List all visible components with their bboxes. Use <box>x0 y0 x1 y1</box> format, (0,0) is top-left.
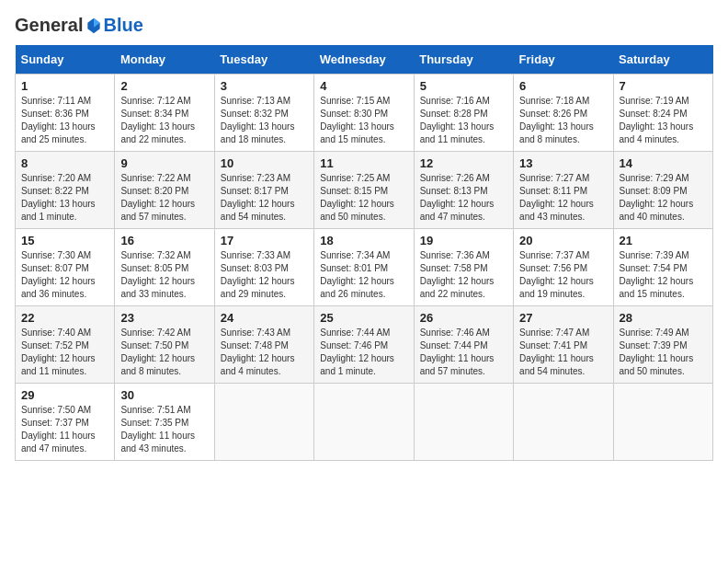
calendar-cell: 17Sunrise: 7:33 AM Sunset: 8:03 PM Dayli… <box>214 229 313 306</box>
day-detail: Sunrise: 7:22 AM Sunset: 8:20 PM Dayligh… <box>120 172 208 224</box>
calendar-cell: 19Sunrise: 7:36 AM Sunset: 7:58 PM Dayli… <box>414 229 513 306</box>
calendar-week-row: 29Sunrise: 7:50 AM Sunset: 7:37 PM Dayli… <box>16 384 713 461</box>
calendar-week-row: 22Sunrise: 7:40 AM Sunset: 7:52 PM Dayli… <box>16 306 713 384</box>
day-detail: Sunrise: 7:20 AM Sunset: 8:22 PM Dayligh… <box>21 172 108 224</box>
logo: General Blue <box>15 15 143 36</box>
day-number: 3 <box>221 79 308 93</box>
day-number: 1 <box>21 79 108 93</box>
logo-blue-text: Blue <box>103 15 142 36</box>
day-number: 21 <box>620 234 707 247</box>
day-detail: Sunrise: 7:33 AM Sunset: 8:03 PM Dayligh… <box>221 249 308 301</box>
calendar-cell <box>214 384 313 461</box>
day-number: 25 <box>320 311 407 325</box>
day-number: 19 <box>420 234 507 247</box>
calendar-cell: 30Sunrise: 7:51 AM Sunset: 7:35 PM Dayli… <box>115 384 214 461</box>
calendar-table: Sunday Monday Tuesday Wednesday Thursday… <box>15 45 713 461</box>
calendar-cell: 21Sunrise: 7:39 AM Sunset: 7:54 PM Dayli… <box>613 229 712 306</box>
day-number: 26 <box>420 311 507 325</box>
day-detail: Sunrise: 7:47 AM Sunset: 7:41 PM Dayligh… <box>519 327 607 378</box>
page-header: General Blue <box>15 15 713 36</box>
day-number: 22 <box>21 311 108 325</box>
day-detail: Sunrise: 7:51 AM Sunset: 7:35 PM Dayligh… <box>120 404 208 455</box>
day-detail: Sunrise: 7:30 AM Sunset: 8:07 PM Dayligh… <box>21 249 108 301</box>
day-number: 29 <box>21 388 108 402</box>
calendar-cell: 4Sunrise: 7:15 AM Sunset: 8:30 PM Daylig… <box>314 75 414 152</box>
calendar-cell: 22Sunrise: 7:40 AM Sunset: 7:52 PM Dayli… <box>16 306 115 384</box>
col-wednesday: Wednesday <box>314 45 414 75</box>
day-detail: Sunrise: 7:12 AM Sunset: 8:34 PM Dayligh… <box>120 95 208 146</box>
calendar-cell: 5Sunrise: 7:16 AM Sunset: 8:28 PM Daylig… <box>414 75 513 152</box>
day-detail: Sunrise: 7:37 AM Sunset: 7:56 PM Dayligh… <box>519 249 607 301</box>
day-number: 24 <box>221 311 308 325</box>
calendar-cell: 1Sunrise: 7:11 AM Sunset: 8:36 PM Daylig… <box>16 75 115 152</box>
calendar-week-row: 8Sunrise: 7:20 AM Sunset: 8:22 PM Daylig… <box>16 152 713 229</box>
day-detail: Sunrise: 7:18 AM Sunset: 8:26 PM Dayligh… <box>519 95 607 146</box>
day-number: 10 <box>221 156 308 170</box>
day-detail: Sunrise: 7:36 AM Sunset: 7:58 PM Dayligh… <box>420 249 507 301</box>
calendar-cell: 28Sunrise: 7:49 AM Sunset: 7:39 PM Dayli… <box>613 306 712 384</box>
calendar-week-row: 1Sunrise: 7:11 AM Sunset: 8:36 PM Daylig… <box>16 75 713 152</box>
day-detail: Sunrise: 7:44 AM Sunset: 7:46 PM Dayligh… <box>320 327 407 378</box>
day-detail: Sunrise: 7:42 AM Sunset: 7:50 PM Dayligh… <box>120 327 208 378</box>
day-detail: Sunrise: 7:32 AM Sunset: 8:05 PM Dayligh… <box>120 249 208 301</box>
col-saturday: Saturday <box>613 45 712 75</box>
day-detail: Sunrise: 7:26 AM Sunset: 8:13 PM Dayligh… <box>420 172 507 224</box>
day-number: 13 <box>519 156 607 170</box>
day-detail: Sunrise: 7:39 AM Sunset: 7:54 PM Dayligh… <box>620 249 707 301</box>
col-monday: Monday <box>115 45 214 75</box>
calendar-cell: 24Sunrise: 7:43 AM Sunset: 7:48 PM Dayli… <box>214 306 313 384</box>
day-detail: Sunrise: 7:19 AM Sunset: 8:24 PM Dayligh… <box>620 95 707 146</box>
logo-icon <box>85 17 103 35</box>
day-number: 2 <box>120 79 208 93</box>
day-number: 23 <box>120 311 208 325</box>
calendar-cell: 20Sunrise: 7:37 AM Sunset: 7:56 PM Dayli… <box>514 229 613 306</box>
day-number: 9 <box>120 156 208 170</box>
calendar-cell: 2Sunrise: 7:12 AM Sunset: 8:34 PM Daylig… <box>115 75 214 152</box>
day-number: 18 <box>320 234 407 247</box>
calendar-cell: 18Sunrise: 7:34 AM Sunset: 8:01 PM Dayli… <box>314 229 414 306</box>
header-row: Sunday Monday Tuesday Wednesday Thursday… <box>16 45 713 75</box>
col-friday: Friday <box>514 45 613 75</box>
day-detail: Sunrise: 7:11 AM Sunset: 8:36 PM Dayligh… <box>21 95 108 146</box>
calendar-cell: 25Sunrise: 7:44 AM Sunset: 7:46 PM Dayli… <box>314 306 414 384</box>
calendar-cell <box>414 384 513 461</box>
day-number: 4 <box>320 79 407 93</box>
calendar-cell: 11Sunrise: 7:25 AM Sunset: 8:15 PM Dayli… <box>314 152 414 229</box>
calendar-cell: 26Sunrise: 7:46 AM Sunset: 7:44 PM Dayli… <box>414 306 513 384</box>
day-detail: Sunrise: 7:43 AM Sunset: 7:48 PM Dayligh… <box>221 327 308 378</box>
day-number: 17 <box>221 234 308 247</box>
day-number: 20 <box>519 234 607 247</box>
day-number: 28 <box>620 311 707 325</box>
calendar-cell: 13Sunrise: 7:27 AM Sunset: 8:11 PM Dayli… <box>514 152 613 229</box>
day-detail: Sunrise: 7:13 AM Sunset: 8:32 PM Dayligh… <box>221 95 308 146</box>
calendar-cell: 9Sunrise: 7:22 AM Sunset: 8:20 PM Daylig… <box>115 152 214 229</box>
calendar-cell <box>314 384 414 461</box>
day-number: 7 <box>620 79 707 93</box>
calendar-week-row: 15Sunrise: 7:30 AM Sunset: 8:07 PM Dayli… <box>16 229 713 306</box>
day-number: 15 <box>21 234 108 247</box>
day-detail: Sunrise: 7:50 AM Sunset: 7:37 PM Dayligh… <box>21 404 108 455</box>
day-number: 16 <box>120 234 208 247</box>
calendar-cell: 3Sunrise: 7:13 AM Sunset: 8:32 PM Daylig… <box>214 75 313 152</box>
calendar-cell: 8Sunrise: 7:20 AM Sunset: 8:22 PM Daylig… <box>16 152 115 229</box>
calendar-cell: 23Sunrise: 7:42 AM Sunset: 7:50 PM Dayli… <box>115 306 214 384</box>
day-number: 12 <box>420 156 507 170</box>
day-number: 8 <box>21 156 108 170</box>
day-number: 5 <box>420 79 507 93</box>
day-detail: Sunrise: 7:40 AM Sunset: 7:52 PM Dayligh… <box>21 327 108 378</box>
calendar-cell: 7Sunrise: 7:19 AM Sunset: 8:24 PM Daylig… <box>613 75 712 152</box>
day-number: 27 <box>519 311 607 325</box>
day-detail: Sunrise: 7:49 AM Sunset: 7:39 PM Dayligh… <box>620 327 707 378</box>
day-number: 30 <box>120 388 208 402</box>
day-number: 14 <box>620 156 707 170</box>
col-tuesday: Tuesday <box>214 45 313 75</box>
calendar-cell: 12Sunrise: 7:26 AM Sunset: 8:13 PM Dayli… <box>414 152 513 229</box>
calendar-cell: 6Sunrise: 7:18 AM Sunset: 8:26 PM Daylig… <box>514 75 613 152</box>
day-detail: Sunrise: 7:46 AM Sunset: 7:44 PM Dayligh… <box>420 327 507 378</box>
calendar-cell: 10Sunrise: 7:23 AM Sunset: 8:17 PM Dayli… <box>214 152 313 229</box>
day-detail: Sunrise: 7:25 AM Sunset: 8:15 PM Dayligh… <box>320 172 407 224</box>
calendar-cell: 27Sunrise: 7:47 AM Sunset: 7:41 PM Dayli… <box>514 306 613 384</box>
calendar-cell: 29Sunrise: 7:50 AM Sunset: 7:37 PM Dayli… <box>16 384 115 461</box>
day-detail: Sunrise: 7:23 AM Sunset: 8:17 PM Dayligh… <box>221 172 308 224</box>
calendar-cell: 15Sunrise: 7:30 AM Sunset: 8:07 PM Dayli… <box>16 229 115 306</box>
